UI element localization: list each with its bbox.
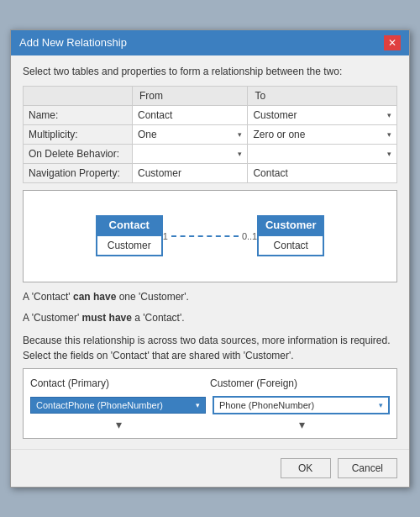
right-add-button[interactable]: ▾ [213,418,390,431]
from-multiplicity-cell: One ▾ [133,124,248,144]
to-name-dropdown-icon[interactable]: ▾ [387,111,391,119]
relationship-table: From To Name: Contact Customer ▾ [23,86,397,183]
dialog-body: Select two tables and properties to form… [11,55,409,449]
relationship-line [171,235,239,237]
add-row: ▾ ▾ [30,418,390,431]
from-nav-cell: Customer [133,163,248,182]
to-delete-cell: ▾ [248,144,397,163]
to-name-value: Customer [253,109,297,121]
right-field-value: Phone (PhoneNumber) [219,400,314,410]
right-entity-body: Contact [257,235,324,256]
right-field-dropdown[interactable]: Phone (PhoneNumber) ▾ [213,396,390,414]
to-name-cell: Customer ▾ [248,105,397,124]
right-entity: Customer Contact [257,215,324,256]
left-entity: Contact Customer [96,215,163,256]
field-row: ContactPhone (PhoneNumber) ▾ Phone (Phon… [30,396,390,414]
relationship-diagram: Contact Customer 1 0..1 Customer Contact [23,190,397,282]
row-label-name: Name: [24,105,133,124]
cancel-button[interactable]: Cancel [338,458,397,478]
rel-desc-1: A 'Contact' can have one 'Customer'. [23,289,397,305]
table-row: Navigation Property: Customer Contact [24,163,397,182]
col-header-from: From [133,86,248,105]
from-name-cell: Contact [133,105,248,124]
field-right-header: Customer (Foreign) [210,376,390,391]
from-delete-cell: ▾ [133,144,248,163]
table-row: On Delete Behavior: ▾ ▾ [24,144,397,163]
description-text: Select two tables and properties to form… [23,66,397,77]
dialog-container: Add New Relationship ✕ Select two tables… [10,29,410,488]
ok-button[interactable]: OK [281,458,331,478]
left-field-dropdown-arrow: ▾ [196,401,200,409]
right-field-dropdown-arrow: ▾ [379,401,383,409]
left-entity-body: Customer [96,235,163,256]
field-selector-header: Contact (Primary) Customer (Foreign) [30,376,390,391]
right-multiplicity-label: 0..1 [242,231,257,241]
to-multiplicity-value: Zero or one [253,129,305,140]
from-multiplicity-dropdown-icon[interactable]: ▾ [238,130,242,139]
to-nav-value: Contact [253,167,287,179]
table-row: Name: Contact Customer ▾ [24,105,397,124]
to-multiplicity-cell: Zero or one ▾ [248,124,397,144]
left-multiplicity-label: 1 [163,231,168,241]
from-multiplicity-value: One [138,129,157,140]
title-bar: Add New Relationship ✕ [11,30,409,55]
to-multiplicity-dropdown-icon[interactable]: ▾ [387,130,391,139]
to-delete-dropdown-icon[interactable]: ▾ [387,150,391,158]
diagram-container: Contact Customer 1 0..1 Customer Contact [96,215,324,256]
row-label-delete: On Delete Behavior: [24,144,133,163]
table-row: Multiplicity: One ▾ Zero or one ▾ [24,124,397,144]
row-label-nav: Navigation Property: [24,163,133,182]
field-left-header: Contact (Primary) [30,376,210,391]
dialog-title: Add New Relationship [19,36,127,49]
from-nav-value: Customer [138,167,181,179]
from-delete-dropdown-icon[interactable]: ▾ [238,150,242,158]
dialog-footer: OK Cancel [11,449,409,487]
rel-desc-2: A 'Customer' must have a 'Contact'. [23,310,397,326]
from-name-value: Contact [138,109,172,121]
row-label-multiplicity: Multiplicity: [24,124,133,144]
left-field-value: ContactPhone (PhoneNumber) [36,400,163,410]
right-entity-header: Customer [257,215,324,235]
cross-source-note: Because this relationship is across two … [23,333,397,363]
close-button[interactable]: ✕ [384,35,401,50]
col-header-empty [24,86,133,105]
col-header-to: To [248,86,397,105]
left-entity-header: Contact [96,215,163,235]
field-selector: Contact (Primary) Customer (Foreign) Con… [23,368,397,439]
left-add-button[interactable]: ▾ [30,418,207,431]
left-field-dropdown[interactable]: ContactPhone (PhoneNumber) ▾ [30,397,206,414]
to-nav-cell: Contact [248,163,397,182]
